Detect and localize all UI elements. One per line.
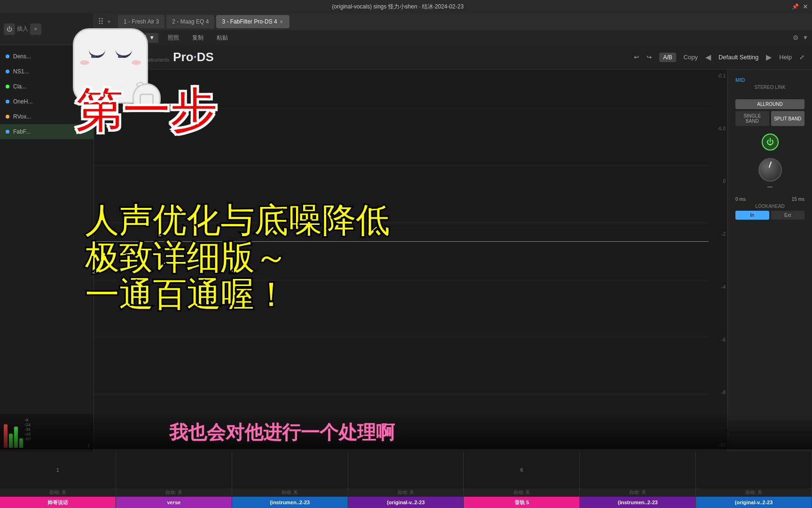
track-label-7[interactable]: (original-v..2-23 bbox=[696, 497, 812, 508]
sidebar-label: 插入 bbox=[17, 25, 28, 33]
plugin-active-dot bbox=[6, 130, 9, 134]
db-value: -0.1 bbox=[710, 73, 726, 79]
grid-line bbox=[94, 337, 709, 337]
toolbar-copy-button[interactable]: 照照 bbox=[164, 33, 183, 43]
track-number-1: 1 bbox=[56, 467, 59, 473]
pin-icon[interactable]: 📌 bbox=[792, 3, 799, 10]
plugin-item-cla[interactable]: Cla... bbox=[0, 79, 94, 94]
allround-button[interactable]: ALLROUND bbox=[735, 99, 804, 109]
lookahead-label: LOOKAHEAD bbox=[735, 204, 804, 209]
preset-arrow-right[interactable]: ▶ bbox=[766, 53, 772, 62]
plugin-item-label: NS1... bbox=[13, 68, 29, 75]
track-label-3[interactable]: (instrumen..2-23 bbox=[232, 497, 348, 508]
toolbar-right: ⚙ ▼ bbox=[793, 34, 808, 41]
track-label-4[interactable]: (original-v..2-23 bbox=[348, 497, 464, 508]
track-top-4 bbox=[348, 452, 464, 488]
settings-arrow[interactable]: ▼ bbox=[803, 34, 808, 41]
filter-text: bfilter bbox=[109, 50, 142, 65]
grid-line bbox=[94, 394, 709, 395]
expand-button[interactable]: ⤢ bbox=[799, 54, 804, 61]
lookahead-15ms: 15 ms bbox=[792, 197, 804, 202]
track-auto-6: 自动: 关 bbox=[580, 488, 695, 497]
plugin-item-label: OneH... bbox=[13, 98, 32, 105]
title-text: (original-vocals) sings 怪力小shen · 结冰·202… bbox=[4, 3, 792, 11]
mode-row-2: SINGLEBAND SPLIT BAND bbox=[735, 111, 804, 126]
db-value: -6.0 bbox=[710, 126, 726, 131]
plugin-item-fabfilter[interactable]: FabF... bbox=[0, 124, 94, 139]
track-auto-3: 自动: 关 bbox=[232, 488, 348, 497]
plugin-item-rvox[interactable]: RVox... bbox=[0, 109, 94, 124]
plugin-active-dot bbox=[6, 115, 9, 119]
split-band-button[interactable]: SPLIT BAND bbox=[771, 111, 805, 126]
lookahead-ext-button[interactable]: Ext bbox=[771, 211, 805, 220]
plugin-item-label: Dens... bbox=[13, 53, 31, 60]
lookahead-values: 0 ms 15 ms bbox=[735, 197, 804, 202]
view-toggle-icon[interactable]: ⠿ bbox=[98, 16, 104, 27]
track-label-5[interactable]: 音轨 5 bbox=[464, 497, 579, 508]
add-plugin-chain[interactable]: ＋ bbox=[30, 24, 41, 35]
redo-button[interactable]: ↪ bbox=[647, 54, 652, 61]
ab-button[interactable]: A/B bbox=[659, 53, 676, 62]
grid-line bbox=[94, 108, 709, 108]
tab-fresh-air[interactable]: 1 - Fresh Air 3 bbox=[118, 15, 164, 28]
title-bar: (original-vocals) sings 怪力小shen · 结冰·202… bbox=[0, 0, 812, 13]
track-item-1: 1 自动: 关 帅哥说话 bbox=[0, 452, 116, 508]
power-button[interactable]: ⏻ bbox=[762, 134, 779, 151]
meter-bar-3 bbox=[14, 427, 18, 448]
fabfilter-plugin-area: fa bfilter instruments Pro·DS ↩ ↪ A/B Co… bbox=[94, 45, 812, 452]
tab-fabfilter[interactable]: 3 - FabFilter Pro-DS 4 ▼ bbox=[216, 15, 289, 28]
plugin-display: -0.1 -6.0 0 -2 -4 -6 -8 -10 MID STEREO L… bbox=[94, 70, 812, 452]
plugin-active-dot bbox=[6, 85, 9, 88]
toolbar-delete-button[interactable]: 粘贴 bbox=[213, 33, 232, 43]
tab-maag-eq[interactable]: 2 - Maag EQ 4 bbox=[166, 15, 214, 28]
fader-area: 1 bbox=[87, 443, 90, 448]
plugin-item-label: FabF... bbox=[13, 128, 31, 135]
settings-icon[interactable]: ⚙ bbox=[793, 34, 799, 41]
close-button[interactable]: ✕ bbox=[803, 3, 808, 10]
track-label-2[interactable]: verse bbox=[116, 497, 232, 508]
plugin-item-label: Cla... bbox=[13, 83, 26, 90]
plugin-right-controls: MID STEREO LINK ALLROUND SINGLEBAND SPLI… bbox=[727, 70, 812, 452]
nav-right-button[interactable]: ▶ bbox=[115, 33, 127, 42]
stereo-link-section: MID STEREO LINK bbox=[735, 77, 804, 92]
track-top-6 bbox=[580, 452, 695, 488]
db-scale: -0.1 -6.0 0 -2 -4 -6 -8 -10 bbox=[709, 70, 727, 452]
plugin-graph[interactable]: -0.1 -6.0 0 -2 -4 -6 -8 -10 bbox=[94, 70, 727, 452]
toolbar-paste-button[interactable]: 复制 bbox=[188, 33, 207, 43]
help-button[interactable]: Help bbox=[779, 54, 792, 61]
track-auto-7: 自动: 关 bbox=[696, 488, 812, 497]
track-label-1[interactable]: 帅哥说话 bbox=[0, 497, 116, 508]
lookahead-in-button[interactable]: In bbox=[735, 211, 769, 220]
track-item-5: 6 自动: 关 音轨 5 bbox=[464, 452, 580, 508]
add-plugin-icon[interactable]: ＋ bbox=[106, 17, 112, 26]
track-auto-4: 自动: 关 bbox=[348, 488, 464, 497]
undo-button[interactable]: ↩ bbox=[634, 54, 639, 61]
meter-bar-1 bbox=[4, 424, 8, 448]
plugin-list: Dens... NS1... Cla... OneH... RVox... Fa… bbox=[0, 45, 94, 143]
bottom-tracks: 1 自动: 关 帅哥说话 自动: 关 verse 自动: 关 (instrume… bbox=[0, 452, 812, 508]
plugin-item-dens[interactable]: Dens... bbox=[0, 49, 94, 64]
power-section: ⏻ bbox=[735, 134, 804, 151]
db-value: -8 bbox=[710, 390, 726, 395]
plugin-active-dot bbox=[6, 55, 9, 58]
preset-selector[interactable]: 默认 ▼ bbox=[133, 33, 158, 43]
track-item-2: 自动: 关 verse bbox=[116, 452, 232, 508]
meter-bar-4 bbox=[19, 438, 23, 448]
track-number-5: 6 bbox=[520, 467, 523, 473]
power-toggle[interactable]: ⏻ bbox=[4, 24, 15, 35]
track-auto-2: 自动: 关 bbox=[116, 488, 232, 497]
instruments-text: instruments bbox=[145, 57, 169, 63]
db-value: -2 bbox=[710, 231, 726, 237]
knob-container: — bbox=[735, 158, 804, 189]
nav-left-button[interactable]: ◀ bbox=[98, 33, 109, 42]
db-value: -6 bbox=[710, 337, 726, 342]
plugin-item-label: RVox... bbox=[13, 113, 31, 120]
plugin-item-ns1[interactable]: NS1... bbox=[0, 64, 94, 79]
single-band-button[interactable]: SINGLEBAND bbox=[735, 111, 769, 126]
preset-arrow-left[interactable]: ◀ bbox=[705, 53, 711, 62]
track-label-6[interactable]: (instrumen..2-23 bbox=[580, 497, 695, 508]
plugin-item-oneh[interactable]: OneH... bbox=[0, 94, 94, 109]
fab-text: fa bbox=[102, 56, 107, 63]
copy-button[interactable]: Copy bbox=[684, 54, 698, 61]
main-knob[interactable] bbox=[758, 158, 782, 182]
